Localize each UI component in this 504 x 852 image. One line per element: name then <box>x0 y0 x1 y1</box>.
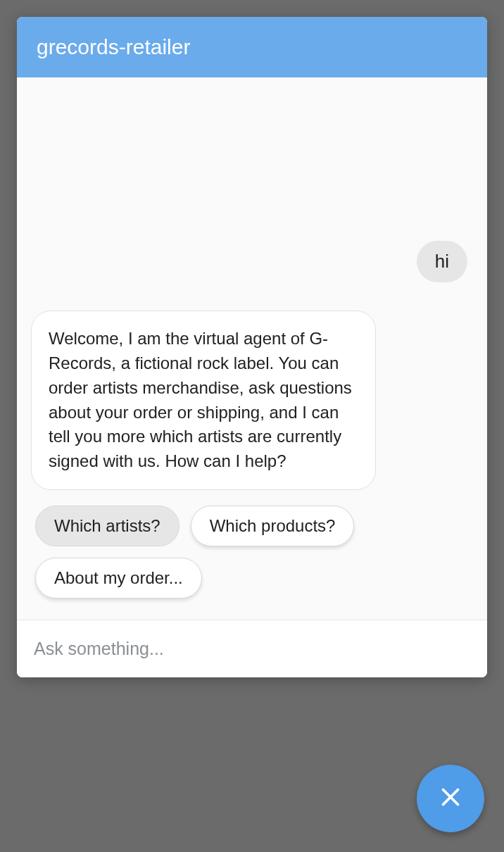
chip-which-artists[interactable]: Which artists? <box>35 506 179 546</box>
user-message: hi <box>417 241 467 282</box>
suggestion-chips: Which artists? Which products? About my … <box>31 506 473 599</box>
bot-message: Welcome, I am the virtual agent of G-Rec… <box>31 311 376 490</box>
input-bar <box>17 620 487 677</box>
message-row-user: hi <box>31 241 473 282</box>
chip-which-products[interactable]: Which products? <box>191 506 355 546</box>
chat-title: grecords-retailer <box>37 35 190 58</box>
chip-about-my-order[interactable]: About my order... <box>35 558 202 599</box>
chat-header: grecords-retailer <box>17 17 487 77</box>
close-icon <box>438 784 463 813</box>
chat-window: grecords-retailer hi Welcome, I am the v… <box>17 17 487 677</box>
chat-body: hi Welcome, I am the virtual agent of G-… <box>17 77 487 620</box>
close-chat-button[interactable] <box>417 765 484 832</box>
message-row-bot: Welcome, I am the virtual agent of G-Rec… <box>31 311 473 490</box>
chat-input[interactable] <box>34 639 470 659</box>
